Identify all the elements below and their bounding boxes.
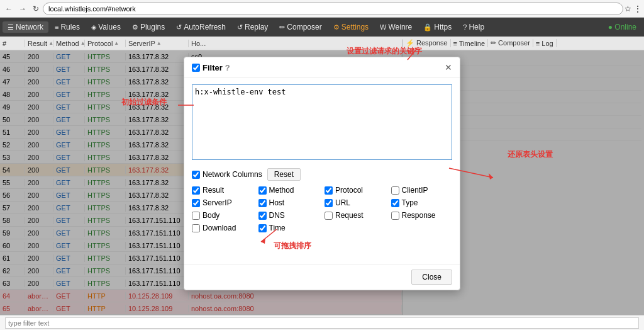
network-columns-row: Network Columns Reset 还原表头设置 — [192, 168, 452, 181]
svg-marker-5 — [261, 238, 265, 244]
menu-help[interactable]: ? Help — [458, 21, 489, 33]
checkbox-time[interactable]: Time — [258, 224, 320, 232]
modal-footer: Close — [184, 264, 460, 290]
autorefresh-icon: ↺ — [176, 23, 182, 31]
browser-toolbar: ← → ↻ ☆ ⋮ — [0, 0, 644, 18]
url-bar[interactable] — [43, 3, 623, 15]
rules-icon: ≡ — [55, 23, 58, 31]
menu-icon: ⋮ — [634, 4, 641, 13]
https-icon: 🔒 — [423, 23, 432, 31]
menu-autorefresh-label: AutoRefresh — [184, 23, 226, 31]
weinre-icon: W — [380, 23, 386, 31]
menu-autorefresh[interactable]: ↺ AutoRefresh — [171, 21, 231, 33]
refresh-button[interactable]: ↻ — [30, 3, 42, 14]
settings-icon: ⚙ — [333, 23, 340, 31]
modal-body: 初始过滤条件 h:x-whistle-env test Network Colu… — [184, 78, 460, 239]
checkbox-serverip[interactable]: ServerIP — [192, 198, 253, 207]
col-num[interactable]: # — [0, 40, 25, 47]
menu-weinre-label: Weinre — [388, 23, 412, 31]
menu-settings[interactable]: ⚙ Settings — [328, 21, 374, 33]
replay-icon: ↺ — [237, 23, 243, 31]
menu-composer-label: Composer — [287, 23, 321, 31]
modal-title-text: Filter — [203, 63, 223, 72]
checkbox-host[interactable]: Host — [258, 198, 320, 207]
online-status: ● Online — [603, 21, 641, 33]
annotation-reset: 还原表头设置 — [508, 149, 553, 160]
checkbox-response[interactable]: Response — [391, 211, 453, 220]
menu-plugins-label: Plugins — [140, 23, 165, 31]
back-button[interactable]: ← — [3, 3, 15, 14]
menu-settings-label: Settings — [341, 23, 369, 31]
checkbox-protocol[interactable]: Protocol — [325, 186, 386, 195]
checkbox-url[interactable]: URL — [325, 198, 386, 207]
checkbox-grid: Result Method Protocol ClientIP ServerIP… — [192, 186, 452, 232]
modal-overlay: Filter ? ✕ 设置过滤请求的关键字 初始过滤条件 h:x- — [0, 50, 644, 315]
close-button[interactable]: Close — [411, 270, 452, 285]
filter-checkbox[interactable] — [192, 64, 200, 72]
column-headers: # Result ▲ Method ▲ Protocol ▲ ServerIP … — [0, 37, 644, 50]
menu-values[interactable]: ◈ Values — [86, 21, 126, 33]
annotation-condition: 初始过滤条件 — [121, 97, 167, 108]
network-columns-checkbox[interactable] — [192, 171, 200, 179]
modal-header: Filter ? ✕ — [184, 57, 460, 78]
col-response[interactable]: ⚡ Response — [403, 39, 451, 47]
checkbox-dns[interactable]: DNS — [258, 211, 320, 220]
composer-menu-icon: ✏ — [279, 23, 285, 31]
col-log[interactable]: ≡ Log — [533, 39, 557, 47]
annotation-drag: 可拖拽排序 — [274, 241, 311, 251]
menu-network-label: Network — [16, 23, 43, 31]
menu-https[interactable]: 🔒 Https — [418, 21, 457, 33]
menu-values-label: Values — [98, 23, 121, 31]
col-method[interactable]: Method ▲ — [53, 40, 85, 47]
checkbox-body[interactable]: Body — [192, 211, 253, 220]
menu-help-label: Help — [469, 23, 484, 31]
network-icon: ☰ — [8, 23, 14, 31]
svg-line-2 — [449, 168, 493, 178]
reset-button[interactable]: Reset — [267, 168, 301, 181]
plugins-icon: ⚙ — [132, 23, 138, 31]
col-timeline[interactable]: ≡ Timeline — [451, 39, 488, 47]
menu-replay-label: Replay — [245, 23, 268, 31]
network-columns-text: Network Columns — [203, 170, 262, 179]
checkbox-download[interactable]: Download — [192, 224, 253, 232]
checkbox-clientip[interactable]: ClientIP — [391, 186, 453, 195]
filter-textarea[interactable]: h:x-whistle-env test — [192, 84, 452, 160]
col-host[interactable]: Ho... — [189, 40, 402, 47]
forward-button[interactable]: → — [16, 3, 29, 14]
bottom-filter-input[interactable] — [5, 317, 639, 329]
menu-composer[interactable]: ✏ Composer — [274, 21, 326, 33]
menu-plugins[interactable]: ⚙ Plugins — [127, 21, 170, 33]
app-menu-bar: ☰ Network ≡ Rules ◈ Values ⚙ Plugins ↺ A… — [0, 18, 644, 37]
help-icon: ? — [463, 23, 467, 31]
modal-title: Filter ? — [192, 63, 230, 72]
menu-weinre[interactable]: W Weinre — [375, 21, 417, 33]
menu-replay[interactable]: ↺ Replay — [232, 21, 273, 33]
col-result[interactable]: Result ▲ — [25, 40, 53, 47]
checkbox-type[interactable]: Type — [391, 198, 453, 207]
col-protocol[interactable]: Protocol ▲ — [85, 40, 126, 47]
network-columns-label[interactable]: Network Columns — [192, 170, 262, 179]
col-serverip[interactable]: ServerIP ▲ — [126, 40, 189, 47]
menu-network[interactable]: ☰ Network — [3, 21, 48, 33]
checkbox-method[interactable]: Method — [258, 186, 320, 195]
col-composer[interactable]: ✏ Composer — [488, 39, 533, 47]
menu-rules-label: Rules — [60, 23, 80, 31]
arrow-reset — [446, 162, 496, 181]
menu-https-label: Https — [434, 23, 452, 31]
checkbox-result[interactable]: Result — [192, 186, 253, 195]
menu-rules[interactable]: ≡ Rules — [50, 21, 85, 33]
bookmark-icon: ☆ — [625, 4, 631, 13]
values-icon: ◈ — [91, 23, 96, 31]
filter-modal: Filter ? ✕ 设置过滤请求的关键字 初始过滤条件 h:x- — [184, 57, 460, 290]
modal-close-x-button[interactable]: ✕ — [445, 62, 452, 72]
filter-help-icon[interactable]: ? — [225, 63, 230, 72]
checkbox-request[interactable]: Request — [325, 211, 386, 220]
svg-marker-3 — [489, 173, 493, 179]
main-area: 45200GETHTTPS163.177.8.32ss0... 46200GET… — [0, 50, 644, 315]
bottom-bar — [0, 315, 644, 330]
